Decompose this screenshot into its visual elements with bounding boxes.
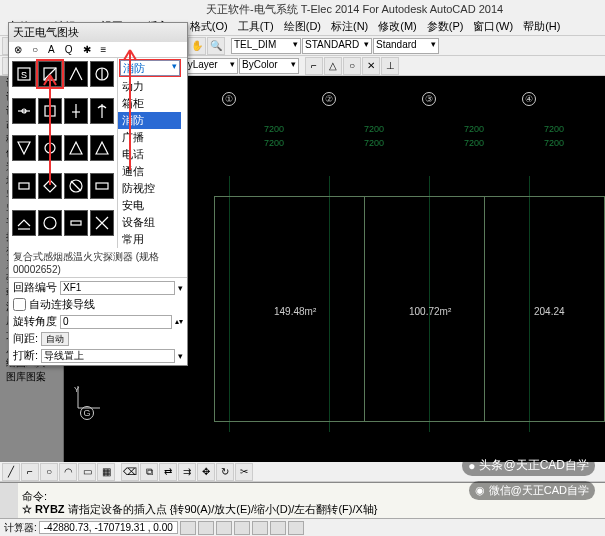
sym-smoke-det-1[interactable]: S	[12, 61, 36, 87]
dimstyle-combo[interactable]: TEL_DIM	[231, 38, 301, 54]
rot-spinner-icon[interactable]: ▴▾	[175, 317, 183, 326]
lineweight-combo[interactable]: ByColor	[239, 58, 299, 74]
tool-circle-icon[interactable]: ○	[40, 463, 58, 481]
loop-dropdown-icon[interactable]: ▾	[178, 283, 183, 293]
tool-hatch-icon[interactable]: ▦	[97, 463, 115, 481]
cmd-current[interactable]: ☆ RYBZ 请指定设备的插入点 {转90(A)/放大(E)/缩小(D)/左右翻…	[22, 503, 601, 516]
menu-help[interactable]: 帮助(H)	[519, 19, 564, 34]
tablestyle-combo[interactable]: Standard	[373, 38, 439, 54]
dyn-toggle[interactable]	[288, 521, 304, 535]
grid-bubble-3: ③	[422, 92, 436, 106]
spacing-button[interactable]: 自动	[41, 332, 69, 346]
menu-tools[interactable]: 工具(T)	[234, 19, 278, 34]
ptab-2[interactable]: A	[45, 44, 58, 55]
sym-heat-det[interactable]	[38, 61, 62, 87]
svg-rect-22	[71, 221, 81, 225]
loop-input[interactable]	[60, 281, 175, 295]
svg-line-18	[71, 181, 81, 191]
menu-modify[interactable]: 修改(M)	[374, 19, 421, 34]
sym-manual-call[interactable]	[64, 61, 88, 87]
cat-phone[interactable]: 电话	[118, 146, 181, 163]
tool-arc-icon[interactable]: ◠	[59, 463, 77, 481]
pan-icon[interactable]: ✋	[188, 37, 206, 55]
menu-window[interactable]: 窗口(W)	[469, 19, 517, 34]
osnap-mid-icon[interactable]: △	[324, 57, 342, 75]
sym-17[interactable]	[12, 210, 36, 236]
dim-3: 7200	[464, 124, 484, 134]
category-combo[interactable]: 消防	[120, 60, 180, 76]
cmd-scrollbar[interactable]	[0, 483, 18, 518]
snap-toggle[interactable]	[180, 521, 196, 535]
sym-20[interactable]	[90, 210, 114, 236]
dim-3b: 7200	[464, 138, 484, 148]
polar-toggle[interactable]	[234, 521, 250, 535]
mod-erase-icon[interactable]: ⌫	[121, 463, 139, 481]
osnap-per-icon[interactable]: ⊥	[381, 57, 399, 75]
textstyle-combo[interactable]: STANDARD	[302, 38, 372, 54]
sym-horn[interactable]	[90, 61, 114, 87]
sym-6[interactable]	[38, 98, 62, 124]
mod-rotate-icon[interactable]: ↻	[216, 463, 234, 481]
sym-12[interactable]	[90, 135, 114, 161]
menu-format[interactable]: 格式(O)	[186, 19, 232, 34]
grid-bubble-2: ②	[322, 92, 336, 106]
cat-comm[interactable]: 通信	[118, 163, 181, 180]
menu-draw[interactable]: 绘图(D)	[280, 19, 325, 34]
app-title: 天正软件-电气系统 T-Elec 2014 For Autodesk AutoC…	[206, 2, 503, 17]
sym-7[interactable]	[64, 98, 88, 124]
block-palette: 天正电气图块 ⊗ ○ A Q ✱ ≡ S	[8, 22, 188, 366]
svg-text:S: S	[21, 70, 27, 80]
tool-line-icon[interactable]: ╱	[2, 463, 20, 481]
sym-10[interactable]	[38, 135, 62, 161]
mod-move-icon[interactable]: ✥	[197, 463, 215, 481]
tool-rect-icon[interactable]: ▭	[78, 463, 96, 481]
otrack-toggle[interactable]	[270, 521, 286, 535]
ptab-5[interactable]: ≡	[98, 44, 110, 55]
room-area-3: 204.24	[534, 306, 565, 317]
ptab-1[interactable]: ○	[29, 44, 41, 55]
cat-power[interactable]: 动力	[118, 78, 181, 95]
osnap-toggle[interactable]	[252, 521, 268, 535]
cat-cabinet[interactable]: 箱柜	[118, 95, 181, 112]
sym-15[interactable]	[64, 173, 88, 199]
mod-offset-icon[interactable]: ⇉	[178, 463, 196, 481]
sym-5[interactable]	[12, 98, 36, 124]
sym-16[interactable]	[90, 173, 114, 199]
sym-18[interactable]	[38, 210, 62, 236]
menu-param[interactable]: 参数(P)	[423, 19, 468, 34]
sym-9[interactable]	[12, 135, 36, 161]
osnap-cen-icon[interactable]: ○	[343, 57, 361, 75]
cat-cctv[interactable]: 防视控	[118, 180, 181, 197]
cat-fire[interactable]: 消防	[118, 112, 181, 129]
osnap-end-icon[interactable]: ⌐	[305, 57, 323, 75]
sym-11[interactable]	[64, 135, 88, 161]
ptab-3[interactable]: Q	[62, 44, 76, 55]
auto-connect-checkbox[interactable]	[13, 298, 26, 311]
menu-dim[interactable]: 标注(N)	[327, 19, 372, 34]
dim-2: 7200	[364, 124, 384, 134]
cat-group[interactable]: 设备组	[118, 214, 181, 231]
ptab-4[interactable]: ✱	[80, 44, 94, 55]
sym-14[interactable]	[38, 173, 62, 199]
osnap-int-icon[interactable]: ✕	[362, 57, 380, 75]
side-lib[interactable]: 图库图案	[0, 370, 63, 384]
cat-common[interactable]: 常用	[118, 231, 181, 248]
mod-copy-icon[interactable]: ⧉	[140, 463, 158, 481]
ortho-toggle[interactable]	[216, 521, 232, 535]
sym-19[interactable]	[64, 210, 88, 236]
mod-trim-icon[interactable]: ✂	[235, 463, 253, 481]
dim-1: 7200	[264, 124, 284, 134]
category-list: 动力 箱柜 消防 广播 电话 通信 防视控 安电 设备组 常用	[118, 78, 181, 248]
ptab-0[interactable]: ⊗	[11, 44, 25, 55]
sym-13[interactable]	[12, 173, 36, 199]
break-dropdown-icon[interactable]: ▾	[178, 351, 183, 361]
cat-broadcast[interactable]: 广播	[118, 129, 181, 146]
rot-input[interactable]	[60, 315, 172, 329]
cat-security[interactable]: 安电	[118, 197, 181, 214]
mod-mirror-icon[interactable]: ⇄	[159, 463, 177, 481]
tool-pline-icon[interactable]: ⌐	[21, 463, 39, 481]
sym-8[interactable]	[90, 98, 114, 124]
break-input[interactable]	[41, 349, 175, 363]
zoom-icon[interactable]: 🔍	[207, 37, 225, 55]
grid-toggle[interactable]	[198, 521, 214, 535]
